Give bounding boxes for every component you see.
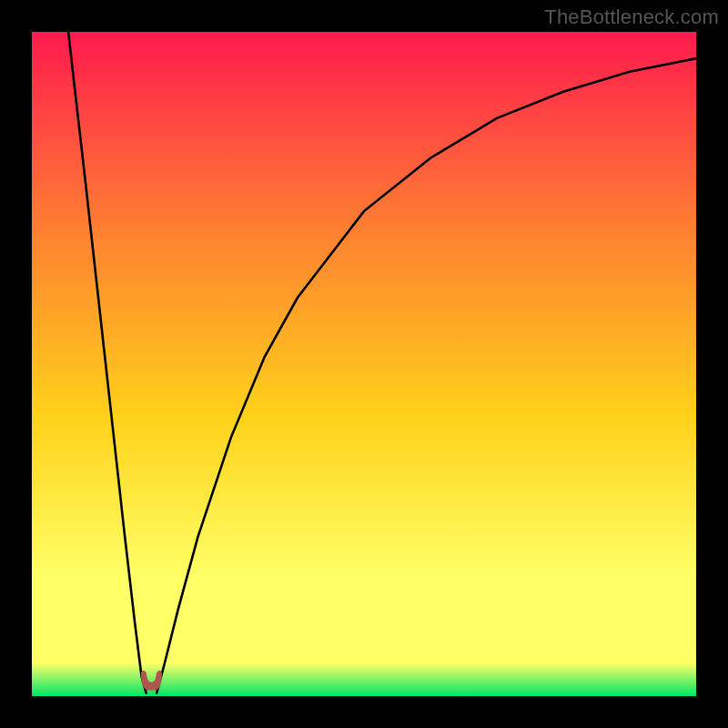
chart-svg	[32, 32, 696, 696]
chart-frame: TheBottleneck.com	[0, 0, 728, 728]
watermark-text: TheBottleneck.com	[544, 5, 719, 29]
plot-area	[32, 32, 696, 696]
